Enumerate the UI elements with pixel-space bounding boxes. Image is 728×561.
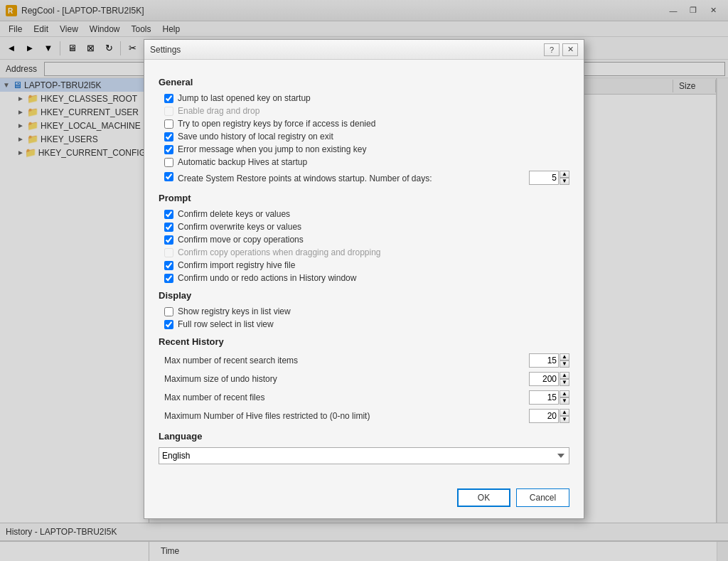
cb-confirm-undo: Confirm undo or redo actions in History … [164, 272, 569, 284]
undo-size-value[interactable] [529, 372, 559, 386]
cb-confirm-drag-copy-label: Confirm copy operations when dragging an… [178, 247, 381, 257]
undo-size-label: Maximum size of undo history [164, 374, 529, 384]
restore-points-value[interactable] [529, 171, 559, 185]
recent-files-spinner: ▲ ▼ [529, 390, 569, 405]
undo-size-down[interactable]: ▼ [560, 379, 569, 386]
spinner-restore-points: Create System Restore points at windows … [164, 169, 569, 187]
undo-size-spin-btns: ▲ ▼ [560, 372, 569, 386]
recent-files-label: Max number of recent files [164, 392, 529, 402]
cb-confirm-delete: Confirm delete keys or values [164, 208, 569, 220]
hive-files-spin-btns: ▲ ▼ [560, 409, 569, 423]
spinner-hive-files: Maximum Number of Hive files restricted … [164, 407, 569, 425]
cb-full-row-select-input[interactable] [164, 320, 173, 329]
cb-force-open-label: Try to open registry keys by force if ac… [178, 119, 375, 129]
hive-files-up[interactable]: ▲ [560, 409, 569, 416]
cb-confirm-undo-label: Confirm undo or redo actions in History … [178, 273, 356, 283]
cb-confirm-move: Confirm move or copy operations [164, 233, 569, 246]
language-row: English German French Spanish [159, 447, 569, 464]
restore-points-label: Create System Restore points at windows … [164, 172, 529, 183]
cb-error-msg-label: Error message when you jump to non exist… [178, 144, 366, 154]
restore-points-spin-btns: ▲ ▼ [560, 171, 569, 185]
dialog-help-button[interactable]: ? [544, 43, 560, 56]
dialog-close-button[interactable]: ✕ [562, 43, 578, 56]
section-general-title: General [159, 77, 569, 87]
recent-search-value[interactable] [529, 353, 559, 368]
cb-auto-backup-input[interactable] [164, 158, 173, 167]
dialog-footer: OK Cancel [144, 481, 584, 518]
spinner-recent-files: Max number of recent files ▲ ▼ [164, 388, 569, 407]
cb-drag-drop-input[interactable] [164, 107, 173, 116]
cb-jump-to-last-input[interactable] [164, 94, 173, 103]
cb-confirm-import-input[interactable] [164, 261, 173, 270]
hive-files-value[interactable] [529, 409, 559, 423]
hive-files-down[interactable]: ▼ [560, 416, 569, 423]
language-select[interactable]: English German French Spanish [159, 447, 569, 464]
spinner-undo-size: Maximum size of undo history ▲ ▼ [164, 370, 569, 388]
section-display-title: Display [159, 290, 569, 301]
cb-confirm-drag-copy: Confirm copy operations when dragging an… [164, 246, 569, 259]
dialog-body: General Jump to last opened key on start… [144, 60, 584, 481]
cb-show-keys-list: Show registry keys in list view [164, 305, 569, 318]
cb-auto-backup: Automatic backup Hives at startup [164, 156, 569, 169]
cb-confirm-move-input[interactable] [164, 235, 173, 245]
restore-points-down[interactable]: ▼ [560, 178, 569, 185]
recent-files-down[interactable]: ▼ [560, 397, 569, 405]
cb-confirm-import: Confirm import registry hive file [164, 259, 569, 272]
cb-show-keys-list-label: Show registry keys in list view [178, 306, 291, 316]
cb-show-keys-list-input[interactable] [164, 307, 173, 316]
cb-confirm-import-label: Confirm import registry hive file [178, 260, 295, 270]
cb-confirm-drag-copy-input[interactable] [164, 248, 173, 257]
cb-jump-to-last: Jump to last opened key on startup [164, 92, 569, 105]
recent-search-spinner: ▲ ▼ [529, 353, 569, 368]
cb-confirm-overwrite-label: Confirm overwrite keys or values [178, 222, 301, 232]
recent-search-label: Max number of recent search items [164, 356, 529, 365]
cb-full-row-select-label: Full row select in list view [178, 319, 274, 329]
cb-error-msg-input[interactable] [164, 145, 173, 154]
recent-files-up[interactable]: ▲ [560, 390, 569, 397]
section-language-title: Language [159, 431, 569, 442]
modal-overlay: Settings ? ✕ General Jump to last opened… [0, 0, 728, 561]
cb-restore-points-input[interactable] [164, 172, 173, 181]
recent-files-value[interactable] [529, 390, 559, 405]
recent-search-up[interactable]: ▲ [560, 353, 569, 360]
cb-save-undo-input[interactable] [164, 132, 173, 141]
cancel-button[interactable]: Cancel [516, 488, 569, 507]
recent-search-spin-btns: ▲ ▼ [560, 353, 569, 368]
cb-force-open: Try to open registry keys by force if ac… [164, 117, 569, 130]
settings-dialog: Settings ? ✕ General Jump to last opened… [144, 39, 584, 519]
spinner-recent-search: Max number of recent search items ▲ ▼ [164, 351, 569, 370]
recent-files-spin-btns: ▲ ▼ [560, 390, 569, 405]
hive-files-label: Maximum Number of Hive files restricted … [164, 411, 529, 421]
dialog-controls: ? ✕ [544, 43, 578, 56]
ok-button[interactable]: OK [457, 488, 510, 507]
restore-points-spinner: ▲ ▼ [529, 171, 569, 185]
section-recent-title: Recent History [159, 336, 569, 347]
undo-size-spinner: ▲ ▼ [529, 372, 569, 386]
recent-search-down[interactable]: ▼ [560, 360, 569, 368]
restore-points-up[interactable]: ▲ [560, 171, 569, 178]
cb-force-open-input[interactable] [164, 119, 173, 129]
dialog-title: Settings [150, 45, 544, 55]
cb-confirm-undo-input[interactable] [164, 274, 173, 283]
hive-files-spinner: ▲ ▼ [529, 409, 569, 423]
section-prompt-title: Prompt [159, 193, 569, 203]
cb-save-undo: Save undo history of local registry on e… [164, 130, 569, 143]
cb-auto-backup-label: Automatic backup Hives at startup [178, 157, 307, 167]
dialog-title-bar: Settings ? ✕ [144, 40, 584, 60]
cb-confirm-overwrite: Confirm overwrite keys or values [164, 220, 569, 233]
cb-confirm-overwrite-input[interactable] [164, 223, 173, 232]
cb-drag-drop: Enable drag and drop [164, 105, 569, 117]
cb-drag-drop-label: Enable drag and drop [178, 106, 259, 116]
cb-confirm-move-label: Confirm move or copy operations [178, 235, 304, 245]
cb-confirm-delete-label: Confirm delete keys or values [178, 209, 290, 219]
cb-confirm-delete-input[interactable] [164, 210, 173, 219]
cb-error-msg: Error message when you jump to non exist… [164, 143, 569, 156]
cb-save-undo-label: Save undo history of local registry on e… [178, 132, 333, 141]
cb-full-row-select: Full row select in list view [164, 318, 569, 331]
undo-size-up[interactable]: ▲ [560, 372, 569, 379]
cb-jump-to-last-label: Jump to last opened key on startup [178, 93, 311, 103]
